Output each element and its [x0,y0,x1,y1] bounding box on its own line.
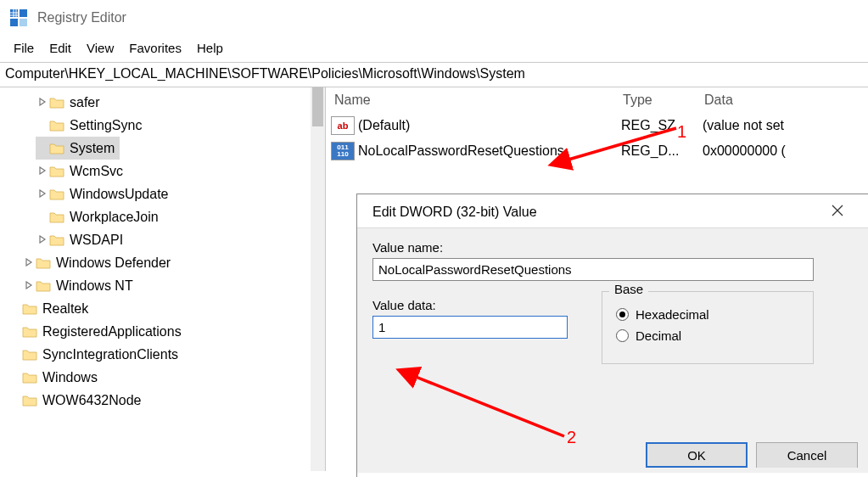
value-name: NoLocalPasswordResetQuestions [358,143,621,159]
base-legend: Base [609,282,648,296]
folder-icon [22,326,39,338]
value-type: REG_D... [621,143,703,159]
folder-icon [49,120,66,132]
menu-view[interactable]: View [80,39,120,57]
tree-node-label: RegisteredApplications [42,320,182,343]
menubar: File Edit View Favorites Help [0,36,868,60]
tree-node-label: Windows NT [56,274,133,297]
folder-icon [49,188,66,200]
tree-node-label: WindowsUpdate [70,182,169,205]
col-data[interactable]: Data [704,93,860,108]
folder-icon [49,211,66,223]
col-type[interactable]: Type [623,93,704,108]
folder-icon [49,166,66,177]
tree-node-workplacejoin[interactable]: WorkplaceJoin [2,205,325,228]
folder-icon [22,372,39,384]
tree-node-wow6432node[interactable]: WOW6432Node [2,389,325,412]
tree-node-label: WOW6432Node [42,389,142,412]
ok-button[interactable]: OK [646,442,748,468]
folder-icon [22,395,39,407]
col-name[interactable]: Name [334,93,623,108]
value-name: (Default) [358,118,621,133]
menu-favorites[interactable]: Favorites [122,39,188,57]
tree-node-safer[interactable]: safer [2,91,325,114]
folder-icon [49,97,66,109]
chevron-right-icon[interactable] [22,251,36,274]
tree-node-label: Windows [42,366,98,389]
tree-node-system[interactable]: System [36,137,120,160]
column-headers: Name Type Data [326,87,868,113]
value-data-label: Value data: [372,298,568,312]
chevron-right-icon[interactable] [36,91,49,114]
chevron-right-icon[interactable] [36,228,49,251]
cancel-button[interactable]: Cancel [756,442,858,468]
registry-value-row[interactable]: 011110NoLocalPasswordResetQuestionsREG_D… [326,138,868,164]
chevron-right-icon[interactable] [36,182,49,205]
tree-node-windows-nt[interactable]: Windows NT [2,274,325,297]
tree-node-label: safer [70,91,100,114]
radio-circle-icon [616,329,629,342]
tree-node-label: WcmSvc [70,160,123,182]
tree-node-windows[interactable]: Windows [2,366,325,389]
svg-rect-3 [20,19,27,26]
edit-dword-dialog: Edit DWORD (32-bit) Value Value name: Va… [356,194,868,477]
tree-node-label: Windows Defender [56,251,171,274]
base-group: Base Hexadecimal Decimal [602,291,814,364]
value-data: 0x00000000 ( [703,143,863,159]
value-type: REG_SZ [621,118,703,133]
folder-icon [49,234,66,246]
vertical-scrollbar[interactable] [311,87,325,471]
tree-node-windowsupdate[interactable]: WindowsUpdate [2,182,325,205]
tree-node-label: Realtek [42,297,88,320]
tree-node-syncintegrationclients[interactable]: SyncIntegrationClients [2,343,325,366]
address-bar[interactable]: Computer\HKEY_LOCAL_MACHINE\SOFTWARE\Pol… [0,63,868,87]
value-data-input[interactable] [372,316,568,339]
tree-node-wsdapi[interactable]: WSDAPI [2,228,325,251]
tree-node-label: WSDAPI [70,228,123,251]
folder-icon [22,349,39,361]
dialog-title: Edit DWORD (32-bit) Value [372,205,537,220]
chevron-right-icon[interactable] [36,160,49,182]
window-title: Registry Editor [37,10,126,25]
registry-value-row[interactable]: ab(Default)REG_SZ(value not set [326,113,868,138]
tree-node-label: SyncIntegrationClients [42,343,178,366]
folder-icon [36,257,53,269]
tree-node-registeredapplications[interactable]: RegisteredApplications [2,320,325,343]
tree-node-windows-defender[interactable]: Windows Defender [2,251,325,274]
radio-decimal[interactable]: Decimal [616,328,799,343]
tree-node-realtek[interactable]: Realtek [2,297,325,320]
app-icon [8,8,29,28]
folder-icon [22,303,39,315]
folder-icon [49,143,66,154]
tree-node-label: SettingSync [70,114,142,137]
folder-icon [36,280,53,292]
value-data: (value not set [703,118,863,133]
menu-help[interactable]: Help [190,39,230,57]
scrollbar-thumb[interactable] [312,87,323,126]
tree-node-label: System [70,137,115,160]
radio-dot-icon [616,308,629,321]
tree-node-settingsync[interactable]: SettingSync [2,114,325,137]
tree-node-wcmsvc[interactable]: WcmSvc [2,160,325,182]
svg-rect-1 [20,9,27,17]
binary-value-icon: 011110 [331,142,355,160]
tree-pane[interactable]: safer SettingSync System WcmSvc WindowsU… [0,87,326,471]
value-name-label: Value name: [372,240,853,255]
menu-edit[interactable]: Edit [42,39,78,57]
value-name-input[interactable] [372,258,814,281]
radio-hexadecimal[interactable]: Hexadecimal [616,307,799,322]
string-value-icon: ab [331,116,355,135]
chevron-right-icon[interactable] [22,274,36,297]
close-icon[interactable] [819,203,856,221]
menu-file[interactable]: File [7,39,41,57]
svg-rect-2 [10,19,18,26]
tree-node-label: WorkplaceJoin [70,205,159,228]
